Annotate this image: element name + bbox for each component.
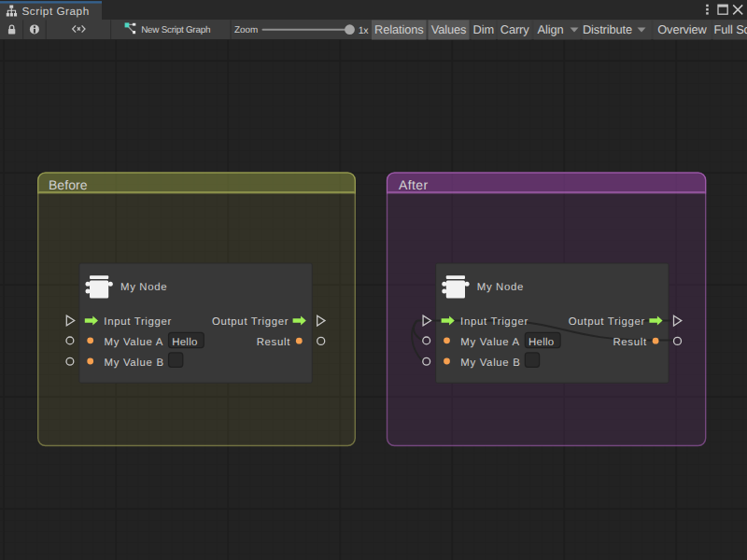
svg-text:New Script Graph: New Script Graph (141, 25, 210, 35)
svg-text:My Node: My Node (120, 282, 167, 293)
svg-text:After: After (399, 177, 429, 192)
svg-text:Output Trigger: Output Trigger (212, 316, 289, 328)
svg-text:Result: Result (257, 337, 291, 348)
svg-text:Input Trigger: Input Trigger (460, 316, 529, 328)
svg-text:My Node: My Node (477, 282, 524, 293)
svg-text:1x: 1x (359, 25, 369, 36)
svg-text:Hello: Hello (529, 337, 554, 348)
svg-text:My Value B: My Value B (105, 357, 164, 369)
svg-text:Dim: Dim (473, 22, 494, 36)
svg-text:My Value A: My Value A (105, 337, 164, 348)
svg-text:Overview: Overview (657, 22, 707, 36)
svg-text:Align: Align (538, 22, 564, 36)
svg-text:My Value B: My Value B (460, 357, 520, 369)
svg-text:Hello: Hello (172, 337, 197, 348)
svg-text:Relations: Relations (374, 22, 423, 36)
svg-text:Before: Before (49, 177, 88, 192)
svg-text:Values: Values (431, 22, 467, 36)
svg-text:Input Trigger: Input Trigger (104, 316, 172, 328)
svg-text:Script Graph: Script Graph (22, 6, 90, 18)
svg-text:Zoom: Zoom (234, 25, 258, 35)
svg-text:My Value A: My Value A (460, 337, 520, 348)
svg-text:Output Trigger: Output Trigger (569, 316, 645, 328)
svg-text:Result: Result (613, 337, 647, 348)
svg-text:Distribute: Distribute (583, 22, 632, 36)
svg-text:Full Scre: Full Scre (714, 22, 747, 36)
svg-text:Carry: Carry (500, 22, 529, 36)
